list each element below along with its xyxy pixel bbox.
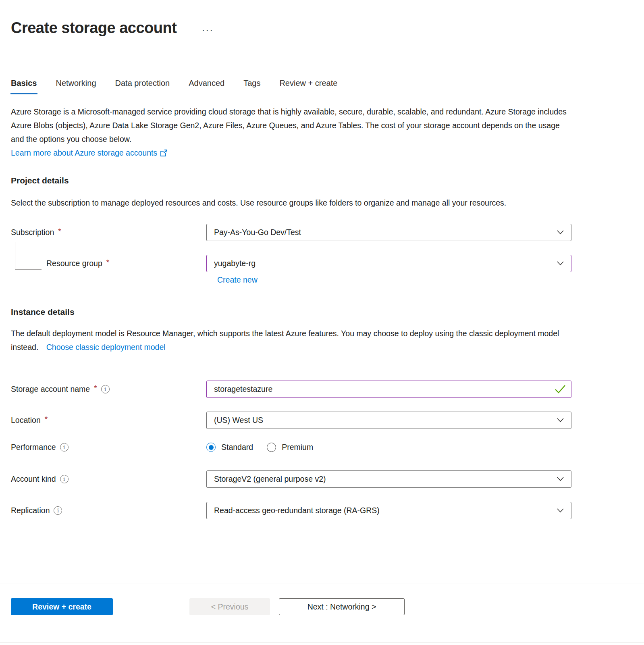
location-label: Location * xyxy=(11,416,206,425)
next-networking-button[interactable]: Next : Networking > xyxy=(279,598,405,615)
page-header: Create storage account ··· xyxy=(11,19,644,37)
external-link-icon xyxy=(160,149,168,157)
tab-data-protection[interactable]: Data protection xyxy=(115,79,170,94)
storage-account-name-input[interactable] xyxy=(206,381,571,398)
location-row: Location * (US) West US xyxy=(11,412,644,429)
account-kind-dropdown[interactable]: StorageV2 (general purpose v2) xyxy=(206,470,571,488)
required-asterisk: * xyxy=(45,415,48,424)
location-value: (US) West US xyxy=(214,416,263,425)
valid-checkmark-icon xyxy=(555,385,566,393)
info-icon[interactable] xyxy=(60,475,69,483)
tab-basics[interactable]: Basics xyxy=(11,79,37,94)
instance-details-description: The default deployment model is Resource… xyxy=(11,327,572,354)
subscription-row: Subscription * Pay-As-You-Go Dev/Test xyxy=(11,224,644,241)
chevron-down-icon xyxy=(557,230,564,235)
previous-button[interactable]: < Previous xyxy=(189,598,270,615)
tab-advanced[interactable]: Advanced xyxy=(189,79,224,94)
info-icon[interactable] xyxy=(60,443,69,452)
more-menu-icon[interactable]: ··· xyxy=(200,22,215,35)
bottom-divider xyxy=(0,643,644,643)
instance-details-form: Storage account name * Location * xyxy=(11,381,644,519)
performance-label: Performance xyxy=(11,443,206,452)
footer-bar: Review + create < Previous Next : Networ… xyxy=(11,598,405,615)
required-asterisk: * xyxy=(94,384,97,393)
tab-networking[interactable]: Networking xyxy=(56,79,96,94)
subscription-value: Pay-As-You-Go Dev/Test xyxy=(214,228,301,237)
tab-tags[interactable]: Tags xyxy=(243,79,260,94)
learn-more-link[interactable]: Learn more about Azure storage accounts xyxy=(11,146,157,160)
performance-premium-radio[interactable]: Premium xyxy=(267,443,313,452)
radio-unselected-icon xyxy=(267,443,276,452)
replication-row: Replication Read-access geo-redundant st… xyxy=(11,502,644,519)
subscription-label: Subscription * xyxy=(11,228,206,237)
create-storage-account-page: Create storage account ··· Basics Networ… xyxy=(0,0,644,645)
account-kind-value: StorageV2 (general purpose v2) xyxy=(214,474,326,484)
account-kind-row: Account kind StorageV2 (general purpose … xyxy=(11,470,644,488)
create-new-link[interactable]: Create new xyxy=(217,275,258,284)
required-asterisk: * xyxy=(58,227,61,236)
instance-details-heading: Instance details xyxy=(11,307,644,317)
tab-review-create[interactable]: Review + create xyxy=(279,79,337,94)
chevron-down-icon xyxy=(557,477,564,481)
chevron-down-icon xyxy=(557,418,564,422)
page-title: Create storage account xyxy=(11,19,177,37)
project-details-heading: Project details xyxy=(11,176,644,185)
resource-group-connector-line xyxy=(15,242,42,270)
chevron-down-icon xyxy=(557,261,564,266)
storage-account-name-row: Storage account name * xyxy=(11,381,644,398)
replication-label: Replication xyxy=(11,506,206,515)
resource-group-row: Resource group * yugabyte-rg xyxy=(11,255,644,272)
radio-selected-icon xyxy=(206,443,216,452)
info-icon[interactable] xyxy=(54,506,62,515)
intro-description: Azure Storage is a Microsoft-managed ser… xyxy=(11,105,572,146)
account-kind-label: Account kind xyxy=(11,474,206,484)
project-details-description: Select the subscription to manage deploy… xyxy=(11,196,572,210)
resource-group-value: yugabyte-rg xyxy=(214,259,256,268)
performance-radio-group: Standard Premium xyxy=(206,443,571,452)
choose-classic-deployment-link[interactable]: Choose classic deployment model xyxy=(46,343,166,352)
footer-divider xyxy=(0,583,644,583)
performance-row: Performance Standard Premium xyxy=(11,443,644,452)
chevron-down-icon xyxy=(557,508,564,513)
location-dropdown[interactable]: (US) West US xyxy=(206,412,571,429)
tab-bar: Basics Networking Data protection Advanc… xyxy=(11,79,644,94)
info-icon[interactable] xyxy=(101,385,110,393)
replication-value: Read-access geo-redundant storage (RA-GR… xyxy=(214,506,380,515)
storage-account-name-label: Storage account name * xyxy=(11,385,206,394)
replication-dropdown[interactable]: Read-access geo-redundant storage (RA-GR… xyxy=(206,502,571,519)
review-create-button[interactable]: Review + create xyxy=(11,598,113,615)
subscription-dropdown[interactable]: Pay-As-You-Go Dev/Test xyxy=(206,224,571,241)
performance-standard-radio[interactable]: Standard xyxy=(206,443,253,452)
resource-group-dropdown[interactable]: yugabyte-rg xyxy=(206,255,571,272)
project-details-form: Subscription * Pay-As-You-Go Dev/Test Re… xyxy=(11,224,644,285)
required-asterisk: * xyxy=(106,258,109,267)
